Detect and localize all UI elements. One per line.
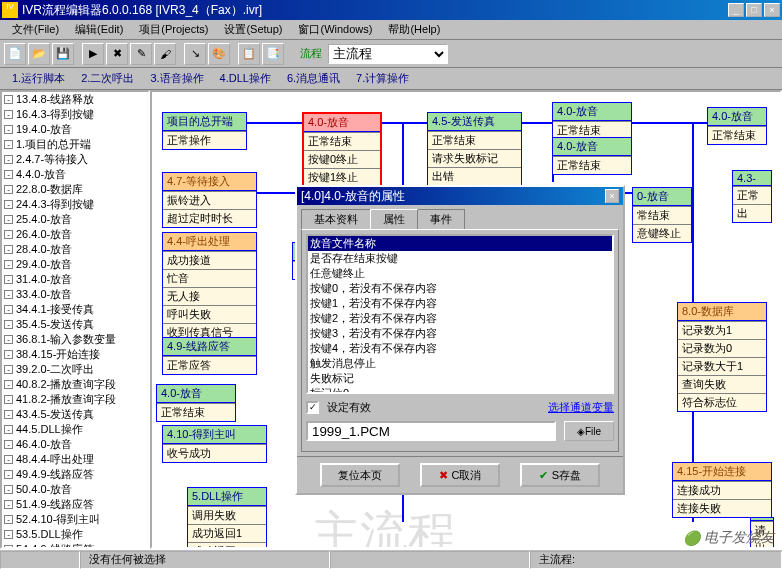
node-item[interactable]: 正常应答 (163, 356, 256, 374)
tree-item[interactable]: -54.4.9-线路应答 (2, 542, 148, 549)
tree-toggle-icon[interactable]: - (4, 530, 13, 539)
node-item[interactable]: 忙音 (163, 269, 256, 287)
tree-toggle-icon[interactable]: - (4, 290, 13, 299)
tree-item[interactable]: -16.4.3-得到按键 (2, 107, 148, 122)
tree-item[interactable]: -24.4.3-得到按键 (2, 197, 148, 212)
cat-calc[interactable]: 7.计算操作 (348, 71, 417, 86)
minimize-button[interactable]: _ (728, 3, 744, 17)
list-item[interactable]: 按键2，若没有不保存内容 (308, 311, 612, 326)
node-item[interactable]: 出 (733, 204, 771, 222)
tree-item[interactable]: -41.8.2-播放查询字段 (2, 392, 148, 407)
node-item[interactable]: 请求失败标记 (428, 149, 521, 167)
tree-toggle-icon[interactable]: - (4, 275, 13, 284)
tool-save-icon[interactable]: 💾 (52, 43, 74, 65)
node-item[interactable]: 出错 (428, 167, 521, 185)
node-tree[interactable]: -13.4.8-线路释放 -16.4.3-得到按键 -19.4.0-放音 -1.… (0, 90, 150, 549)
tree-item[interactable]: -40.8.2-播放查询字段 (2, 377, 148, 392)
menu-help[interactable]: 帮助(Help) (380, 20, 448, 39)
dialog-close-icon[interactable]: × (605, 189, 619, 203)
flow-node-dialout[interactable]: 4.4-呼出处理 成功接道 忙音 无人接 呼叫失败 收到传真信号 (162, 232, 257, 342)
flow-select[interactable]: 主流程 (328, 44, 448, 64)
tree-item[interactable]: -49.4.9-线路应答 (2, 467, 148, 482)
valid-checkbox[interactable]: ✓ (306, 401, 319, 414)
node-item[interactable]: 呼叫失败 (163, 305, 256, 323)
tree-toggle-icon[interactable]: - (4, 140, 13, 149)
node-item[interactable]: 正常 (733, 186, 771, 204)
file-button[interactable]: ◈File (564, 421, 614, 441)
tree-toggle-icon[interactable]: - (4, 500, 13, 509)
tool-run-icon[interactable]: ▶ (82, 43, 104, 65)
node-item[interactable]: 振铃进入 (163, 191, 256, 209)
list-item[interactable]: 按键3，若没有不保存内容 (308, 326, 612, 341)
tree-toggle-icon[interactable]: - (4, 410, 13, 419)
cat-redial[interactable]: 2.二次呼出 (73, 71, 142, 86)
flow-node-dll[interactable]: 5.DLL操作 调用失败 成功返回1 成功返回0 成功返回6 (187, 487, 267, 549)
tree-toggle-icon[interactable]: - (4, 425, 13, 434)
tree-item[interactable]: -28.4.0-放音 (2, 242, 148, 257)
node-item[interactable]: 正常结束 (428, 131, 521, 149)
save-button[interactable]: ✔S存盘 (520, 463, 600, 487)
tree-toggle-icon[interactable]: - (4, 365, 13, 374)
tree-toggle-icon[interactable]: - (4, 170, 13, 179)
node-item[interactable]: 成功返回0 (188, 542, 266, 549)
tree-item[interactable]: -4.4.0-放音 (2, 167, 148, 182)
tree-item[interactable]: -39.2.0-二次呼出 (2, 362, 148, 377)
tree-toggle-icon[interactable]: - (4, 380, 13, 389)
tree-item[interactable]: -51.4.9-线路应答 (2, 497, 148, 512)
list-item[interactable]: 标记位0 (308, 386, 612, 394)
tool-stop-icon[interactable]: ✖ (106, 43, 128, 65)
tab-event[interactable]: 事件 (417, 209, 465, 229)
tree-item[interactable]: -44.5.DLL操作 (2, 422, 148, 437)
tree-item[interactable]: -13.4.8-线路释放 (2, 92, 148, 107)
flow-node-wait[interactable]: 4.7-等待接入 振铃进入 超过定时时长 (162, 172, 257, 228)
node-item[interactable]: 无人接 (163, 287, 256, 305)
tree-item[interactable]: -29.4.0-放音 (2, 257, 148, 272)
file-input[interactable] (306, 421, 556, 441)
tree-toggle-icon[interactable]: - (4, 95, 13, 104)
list-item[interactable]: 放音文件名称 (308, 236, 612, 251)
flow-node-play4[interactable]: 4.0-放音 正常结束 (707, 107, 767, 145)
node-item[interactable]: 收号成功 (163, 444, 266, 462)
node-item[interactable]: 连接成功 (673, 481, 771, 499)
tree-toggle-icon[interactable]: - (4, 110, 13, 119)
node-item[interactable]: 按键0终止 (304, 150, 380, 168)
tree-toggle-icon[interactable]: - (4, 335, 13, 344)
tree-item[interactable]: -50.4.0-放音 (2, 482, 148, 497)
node-item[interactable]: 超过定时时长 (163, 209, 256, 227)
close-button[interactable]: × (764, 3, 780, 17)
tree-item[interactable]: -36.8.1-输入参数变量 (2, 332, 148, 347)
node-item[interactable]: 成功接道 (163, 251, 256, 269)
flow-node-db[interactable]: 8.0-数据库 记录数为1 记录数为0 记录数大于1 查询失败 符合标志位 (677, 302, 767, 412)
list-item[interactable]: 按键1，若没有不保存内容 (308, 296, 612, 311)
tree-toggle-icon[interactable]: - (4, 455, 13, 464)
tree-toggle-icon[interactable]: - (4, 185, 13, 194)
list-item[interactable]: 按键0，若没有不保存内容 (308, 281, 612, 296)
menu-projects[interactable]: 项目(Projects) (131, 20, 216, 39)
tool-open-icon[interactable]: 📂 (28, 43, 50, 65)
tool-copy-icon[interactable]: 📋 (238, 43, 260, 65)
tree-item[interactable]: -48.4.4-呼出处理 (2, 452, 148, 467)
tree-item[interactable]: -46.4.0-放音 (2, 437, 148, 452)
tab-basic[interactable]: 基本资料 (301, 209, 371, 229)
tree-toggle-icon[interactable]: - (4, 215, 13, 224)
menu-setup[interactable]: 设置(Setup) (216, 20, 290, 39)
tool-paste-icon[interactable]: 📑 (262, 43, 284, 65)
flow-node-answer[interactable]: 4.9-线路应答 正常应答 (162, 337, 257, 375)
cat-msg[interactable]: 6.消息通讯 (279, 71, 348, 86)
list-item[interactable]: 是否存在结束按键 (308, 251, 612, 266)
tree-item[interactable]: -34.4.1-接受传真 (2, 302, 148, 317)
node-item[interactable]: 连接失败 (673, 499, 771, 517)
cancel-button[interactable]: ✖C取消 (420, 463, 500, 487)
list-item[interactable]: 任意键终止 (308, 266, 612, 281)
node-item[interactable]: 记录数为0 (678, 339, 766, 357)
tool-edit-icon[interactable]: ✎ (130, 43, 152, 65)
flow-node-play3[interactable]: 4.0-放音 正常结束 (552, 137, 632, 175)
flow-node-caller[interactable]: 4.10-得到主叫 收号成功 (162, 425, 267, 463)
channel-var-link[interactable]: 选择通道变量 (548, 400, 614, 415)
tree-item[interactable]: -25.4.0-放音 (2, 212, 148, 227)
tree-toggle-icon[interactable]: - (4, 260, 13, 269)
node-item[interactable]: 查询失败 (678, 375, 766, 393)
tool-brush-icon[interactable]: 🖌 (154, 43, 176, 65)
cat-voice[interactable]: 3.语音操作 (142, 71, 211, 86)
tree-item[interactable]: -26.4.0-放音 (2, 227, 148, 242)
